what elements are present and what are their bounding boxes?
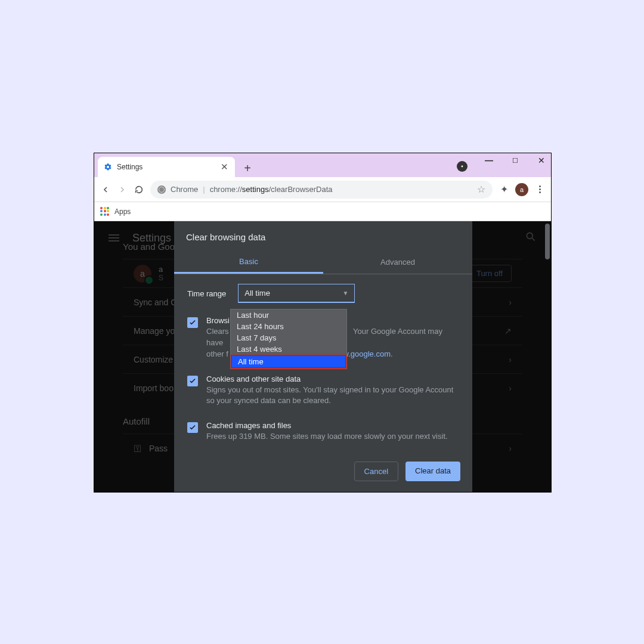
url-scheme: Chrome [171, 185, 198, 194]
toolbar: Chrome | chrome://settings/clearBrowserD… [94, 177, 551, 202]
bookmarks-bar: Apps [94, 202, 551, 221]
clear-data-button[interactable]: Clear data [405, 462, 460, 481]
option-last-hour[interactable]: Last hour [231, 309, 346, 321]
item-desc: Signs you out of most sites. You'll stay… [206, 385, 459, 407]
item-title: Cookies and other site data [206, 374, 459, 383]
browser-window: Settings ✕ + — ☐ ✕ Chrome | chrome://set… [94, 153, 552, 493]
bookmark-star-icon[interactable]: ☆ [477, 184, 485, 195]
time-range-label: Time range [187, 289, 226, 298]
clear-browsing-data-dialog: Clear browsing data Basic Advanced Time … [174, 221, 472, 492]
browser-tab-settings[interactable]: Settings ✕ [98, 157, 235, 177]
select-value: All time [244, 289, 270, 298]
new-tab-button[interactable]: + [239, 159, 256, 177]
forward-button[interactable] [117, 184, 128, 195]
checkbox-cache[interactable] [187, 422, 198, 433]
item-cookies: Cookies and other site data Signs you ou… [187, 367, 459, 414]
close-tab-icon[interactable]: ✕ [219, 162, 229, 172]
profile-avatar[interactable]: a [515, 183, 528, 196]
menu-icon[interactable] [534, 185, 545, 193]
tab-title: Settings [117, 163, 215, 171]
window-controls: — ☐ ✕ [483, 156, 547, 165]
dialog-buttons: Cancel Clear data [174, 450, 472, 481]
cancel-button[interactable]: Cancel [354, 462, 398, 481]
dialog-form: Time range All time ▼ Last hour Last 24 … [174, 274, 472, 450]
activity-link[interactable]: ity.google.com [341, 349, 391, 358]
site-info-icon[interactable] [157, 185, 166, 194]
address-bar[interactable]: Chrome | chrome://settings/clearBrowserD… [150, 181, 493, 199]
checkbox-browsing-history[interactable] [187, 317, 198, 328]
tab-strip: Settings ✕ + — ☐ ✕ [94, 153, 551, 177]
tab-basic[interactable]: Basic [174, 250, 323, 274]
dialog-title: Clear browsing data [174, 221, 472, 250]
url-separator: | [203, 185, 205, 194]
tab-advanced[interactable]: Advanced [323, 250, 472, 274]
gear-icon [104, 163, 112, 171]
chevron-down-icon: ▼ [342, 290, 348, 296]
item-title: Cached images and files [206, 421, 448, 430]
time-range-dropdown: Last hour Last 24 hours Last 7 days Last… [230, 309, 347, 369]
dialog-tabs: Basic Advanced [174, 250, 472, 274]
option-last-4-weeks[interactable]: Last 4 weeks [231, 343, 346, 355]
url-path: chrome://settings/clearBrowserData [210, 185, 333, 194]
option-last-24-hours[interactable]: Last 24 hours [231, 321, 346, 332]
scrollbar[interactable] [545, 224, 550, 259]
incognito-icon[interactable] [457, 161, 467, 172]
option-all-time[interactable]: All time [231, 355, 346, 369]
apps-icon[interactable] [100, 207, 110, 216]
apps-label[interactable]: Apps [114, 208, 131, 216]
item-desc: Frees up 319 MB. Some sites may load mor… [206, 431, 448, 442]
reload-button[interactable] [134, 184, 144, 195]
extensions-icon[interactable]: ✦ [499, 184, 509, 195]
back-button[interactable] [100, 184, 111, 195]
svg-point-0 [462, 166, 463, 168]
item-cache: Cached images and files Frees up 319 MB.… [187, 414, 459, 450]
maximize-button[interactable]: ☐ [509, 157, 521, 165]
option-last-7-days[interactable]: Last 7 days [231, 332, 346, 343]
close-window-button[interactable]: ✕ [535, 156, 547, 165]
checkbox-cookies[interactable] [187, 376, 198, 386]
time-range-select[interactable]: All time ▼ [238, 284, 355, 303]
minimize-button[interactable]: — [483, 156, 495, 165]
